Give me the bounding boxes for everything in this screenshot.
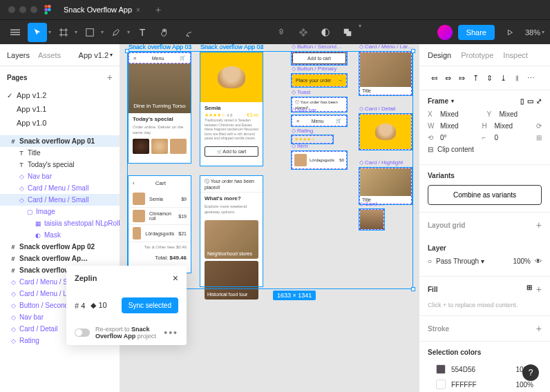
figma-logo-icon[interactable] [43, 5, 53, 14]
artboard-01[interactable]: ≡Menu🛒 Dine in Turning Torso Today's spe… [129, 52, 191, 163]
add-grid-button[interactable]: + [536, 219, 542, 231]
y-input[interactable]: Mixed [500, 110, 542, 118]
text-tool[interactable]: T [133, 23, 152, 42]
move-tool[interactable] [28, 23, 47, 42]
component-label[interactable]: Toast [292, 89, 310, 95]
layer-item[interactable]: ◇Nav bar [0, 170, 120, 182]
shape-tool[interactable] [80, 23, 99, 42]
component-label[interactable]: Nav bar [292, 107, 316, 113]
page-item[interactable]: App v1.0 [0, 116, 120, 130]
distribute-icon[interactable]: ⫴ [511, 72, 523, 84]
component-icon[interactable] [294, 23, 313, 42]
button-primary[interactable]: Place your order [296, 78, 331, 83]
menu-button[interactable] [6, 23, 25, 42]
frame-label[interactable]: Snack overflow App 04 [200, 44, 264, 50]
corners-icon[interactable]: ⊞ [536, 134, 542, 141]
more-align-icon[interactable]: ⋯ [524, 72, 537, 84]
chevron-down-icon[interactable]: ▾ [48, 29, 51, 35]
opacity-input[interactable]: 100% [513, 257, 531, 265]
visibility-icon[interactable]: 👁 [535, 257, 542, 265]
component-label[interactable]: Card / Menu / Lar… [359, 44, 413, 50]
component-label[interactable]: Card / Detail [359, 106, 395, 112]
component-label[interactable]: Card … [359, 201, 384, 207]
color-swatch-row[interactable]: FFFFFF100% [428, 377, 542, 392]
frame-mode-icon[interactable]: ▯ [520, 97, 524, 105]
zoom-control[interactable]: 38%▾ [525, 28, 544, 37]
button-secondary[interactable]: Add to cart [292, 52, 346, 64]
boolean-icon[interactable] [338, 23, 357, 42]
page-item[interactable]: App v1.2 [0, 88, 120, 102]
component-action-icon[interactable] [272, 23, 291, 42]
align-h-center-icon[interactable]: ⇔ [442, 72, 454, 84]
design-tab[interactable]: Design [428, 51, 451, 59]
align-v-center-icon[interactable]: ⇕ [483, 72, 495, 84]
radius-input[interactable]: 0 [495, 134, 533, 141]
rotation-input[interactable]: 0° [440, 134, 478, 141]
present-button[interactable] [500, 23, 520, 42]
file-tab[interactable]: Snack Overflow App × [58, 3, 146, 17]
layer-item[interactable]: ◇Card / Menu / Small [0, 182, 120, 194]
page-selector[interactable]: App v1.2 ▾ [79, 51, 113, 59]
page-item[interactable]: App v1.1 [0, 102, 120, 116]
user-avatar[interactable] [437, 25, 453, 40]
component-label[interactable]: Rating [292, 128, 313, 134]
layer-item[interactable]: #Snack overflow Ap… [0, 253, 120, 264]
layer-item[interactable]: ◐Mask [0, 229, 120, 241]
close-popover-button[interactable]: × [173, 273, 178, 284]
share-button[interactable]: Share [458, 25, 495, 40]
card-highlight[interactable]: Title [359, 168, 412, 204]
frame-label[interactable]: Snack overflow App 03 [129, 44, 192, 50]
styles-icon[interactable]: ⊞ [527, 284, 532, 295]
close-tab-icon[interactable]: × [136, 6, 140, 14]
autolayout-icon[interactable]: ▭ [527, 97, 533, 105]
align-left-icon[interactable]: ⤆ [428, 72, 440, 84]
add-page-button[interactable]: + [107, 72, 113, 83]
component-label[interactable]: Button / Second… [292, 44, 342, 50]
layer-item[interactable]: ◇Card / Menu / Small [0, 194, 120, 206]
w-input[interactable]: Mixed [440, 122, 478, 130]
clip-checkbox[interactable]: ⊟ [428, 146, 433, 153]
layer-item[interactable]: TTitle [0, 147, 120, 159]
reexport-toggle[interactable] [75, 329, 90, 337]
new-tab-button[interactable]: + [151, 4, 165, 15]
layer-item[interactable]: TToday's special [0, 159, 120, 170]
blend-mode-select[interactable]: Pass Through ▾ [436, 257, 509, 265]
align-right-icon[interactable]: ⤇ [455, 72, 468, 84]
layers-tab[interactable]: Layers [7, 51, 30, 59]
chevron-down-icon[interactable]: ▾ [127, 29, 130, 35]
x-input[interactable]: Mixed [440, 110, 483, 118]
chevron-down-icon[interactable]: ▾ [359, 23, 361, 42]
card-small[interactable] [359, 209, 384, 230]
more-options-button[interactable]: ••• [164, 327, 178, 338]
artboard-03[interactable]: ‹Cart Semla$9Cinnamon roll$19Lördagsgodi… [129, 176, 191, 273]
assets-tab[interactable]: Assets [38, 51, 61, 59]
artboard-02[interactable]: Semla ★★★★☆ 4.8€3.xx Traditionally store… [200, 52, 263, 166]
prototype-tab[interactable]: Prototype [461, 51, 493, 59]
card-menu-large[interactable]: Title [359, 52, 412, 95]
layer-item[interactable]: ▢Image [0, 206, 120, 217]
frame-tool[interactable] [54, 23, 73, 42]
layer-item[interactable]: ▦taisiia shestopal NLpRolH… [0, 217, 120, 229]
combine-variants-button[interactable]: Combine as variants [428, 185, 542, 205]
component-label[interactable]: Item [292, 143, 308, 149]
component-label[interactable]: Card / Highlight [359, 159, 403, 166]
h-input[interactable]: Mixed [495, 122, 533, 130]
card-detail[interactable] [359, 114, 412, 150]
mask-icon[interactable] [316, 23, 335, 42]
artboard-04[interactable]: ⓘ Your order has been placed! What's mor… [200, 176, 263, 286]
component-label[interactable]: Button / Primary [292, 66, 336, 72]
add-fill-button[interactable]: + [536, 284, 542, 295]
align-top-icon[interactable]: ⤒ [469, 72, 482, 84]
link-icon[interactable]: ⟳ [536, 122, 542, 130]
sync-selected-button[interactable]: Sync selected [122, 297, 178, 313]
add-stroke-button[interactable]: + [536, 323, 542, 334]
layer-item[interactable]: #Snack overflow App 01 [0, 135, 120, 147]
hand-tool[interactable] [155, 23, 174, 42]
align-bottom-icon[interactable]: ⤓ [497, 72, 509, 84]
inspect-tab[interactable]: Inspect [503, 51, 527, 59]
layer-item[interactable]: #Snack overflow App 02 [0, 241, 120, 253]
chevron-down-icon[interactable]: ▾ [101, 29, 104, 35]
pen-tool[interactable] [106, 23, 126, 42]
comment-tool[interactable] [177, 23, 196, 42]
chevron-down-icon[interactable]: ▾ [75, 29, 77, 35]
